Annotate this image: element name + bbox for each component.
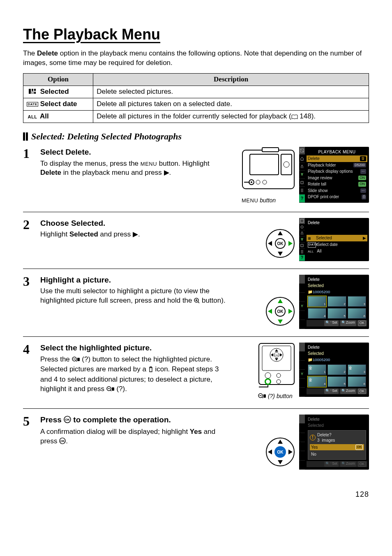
- step-number: 1: [23, 147, 35, 160]
- intro-paragraph: The Delete option in the playback menu c…: [23, 49, 369, 68]
- print-icon: ⎙: [362, 195, 366, 199]
- lcd-row: ALL All: [307, 248, 367, 255]
- thumb-grid: 1 2 3 4 5 6: [307, 295, 367, 320]
- lcd-row: DATE Select date: [307, 241, 367, 248]
- lcd-side-tabs: Y: [299, 275, 305, 329]
- thumb: 🗑3: [348, 364, 366, 375]
- lcd-row: Image reviewON: [307, 175, 367, 181]
- thumb-grid: 🗑1 2 🗑3 🗑4 5 6: [307, 363, 367, 388]
- zoom-out-question-icon: [258, 393, 266, 401]
- bold: Delete: [40, 169, 61, 176]
- t: All: [317, 249, 321, 253]
- t: Delete?: [317, 432, 335, 438]
- confirm-no: No: [310, 451, 364, 458]
- svg-text:OK: OK: [277, 309, 284, 314]
- opt-selected-label: Selected: [40, 88, 69, 95]
- zoom-button: 🔍Zoom: [340, 320, 356, 326]
- warning-icon: !: [310, 435, 316, 440]
- t: Playback folder: [308, 162, 336, 168]
- opt-all-ref: 148: [300, 112, 311, 120]
- date-icon: DATE: [27, 101, 38, 108]
- thumb: 4: [308, 308, 326, 319]
- lcd-side-tabs: Y ?: [299, 218, 305, 261]
- lcd-bottom-bar: 🔍⁻Set 🔍Zoom OK: [307, 320, 367, 326]
- t: button: [258, 197, 276, 204]
- opt-selectdate-desc: Delete all pictures taken on a selected …: [93, 98, 369, 111]
- step-1: 1 Select Delete. To display the menus, p…: [23, 145, 369, 212]
- t: Press the: [40, 355, 72, 363]
- menu-button-caption: MENU button: [242, 197, 295, 204]
- thumb: 6: [348, 376, 366, 387]
- t: Set: [332, 389, 337, 393]
- lcd-side-tabs: Y ?: [299, 147, 305, 203]
- thumb: 2: [327, 296, 346, 307]
- opt-all-desc-a: Delete all pictures in the folder curren…: [97, 112, 291, 120]
- t: Yes: [311, 445, 318, 450]
- t: Zoom: [346, 461, 355, 466]
- trash-icon: 🗑: [360, 156, 366, 161]
- t: Playback display options: [308, 169, 353, 174]
- step-title: Press OK to complete the operation.: [40, 415, 232, 426]
- t: No: [311, 452, 316, 457]
- thumb: 3: [348, 296, 366, 307]
- t: Set: [332, 461, 337, 466]
- svg-text:OK: OK: [277, 450, 284, 454]
- t: Slide show: [308, 188, 327, 194]
- set-button: 🔍⁻Set: [324, 461, 339, 467]
- confirm-yes: YesOK: [310, 444, 364, 451]
- svg-text:OK: OK: [275, 354, 279, 357]
- t: Press: [40, 415, 64, 424]
- svg-rect-2: [34, 89, 36, 91]
- t: Rotate tall: [308, 181, 326, 187]
- bold: Yes: [190, 428, 202, 436]
- svg-rect-37: [112, 387, 114, 391]
- bold: Selected: [69, 230, 98, 238]
- ok-circle-icon: OK: [59, 438, 66, 447]
- lcd-thumbnail-grid: Y Delete Selected 📁10005200 1 2 3 4 5 6: [299, 275, 369, 329]
- t: A confirmation dialog will be displayed;…: [40, 428, 190, 436]
- svg-rect-35: [77, 358, 80, 361]
- svg-point-24: [301, 226, 303, 228]
- step-number: 4: [23, 343, 35, 356]
- step-3: 3 Highlight a picture. Use the multi sel…: [23, 269, 369, 336]
- table-row: ALL All Delete all pictures in the folde…: [23, 111, 369, 123]
- badge: ON: [358, 182, 366, 186]
- svg-rect-0: [29, 89, 31, 94]
- svg-rect-25: [301, 244, 303, 247]
- step-title: Highlight a picture.: [40, 275, 232, 285]
- t: (?) button: [266, 393, 293, 399]
- step-title: Select Delete.: [40, 147, 232, 158]
- step-4: 4 Select the highlighted picture. Press …: [23, 336, 369, 408]
- svg-rect-23: [300, 219, 304, 222]
- trash-icon: [148, 366, 153, 375]
- lcd-confirm-dialog: Delete Selected ! Delete? 3 images YesOK…: [299, 415, 369, 470]
- lcd-title: Delete: [307, 276, 367, 283]
- lcd-subtitle: Selected: [307, 350, 367, 357]
- t: Zoom: [346, 320, 355, 324]
- opt-selected-desc: Delete selected pictures.: [93, 86, 369, 98]
- lcd-row-delete: Delete🗑: [307, 155, 367, 162]
- svg-rect-1: [32, 89, 33, 91]
- svg-point-11: [251, 181, 252, 183]
- page-number: 128: [23, 489, 369, 499]
- ok-circle-icon: OK: [64, 415, 71, 426]
- step-body: Use the multi selector to highlight a pi…: [40, 287, 232, 306]
- trash-icon: 🗑: [309, 365, 313, 371]
- t: button. Highlight: [157, 160, 210, 167]
- svg-rect-8: [281, 154, 292, 175]
- lcd-bottom-bar: 🔍⁻Set 🔍Zoom OK: [307, 461, 367, 467]
- lcd-row: Slide show--: [307, 188, 367, 194]
- lcd-title: Delete: [307, 344, 367, 351]
- intro-after: option in the playback menu contains the…: [23, 49, 362, 67]
- t: Image review: [308, 175, 332, 181]
- intro-bold: Delete: [37, 49, 58, 57]
- thumb: 🗑1: [308, 364, 326, 375]
- intro-before: The: [23, 49, 37, 57]
- lcd-row: Playback display options--: [307, 168, 367, 175]
- zoom-in-icon: [194, 297, 200, 306]
- lcd-row: Rotate tallON: [307, 181, 367, 188]
- svg-rect-7: [250, 154, 279, 175]
- section-heading-text: Selected: Deleting Selected Photographs: [31, 130, 182, 143]
- t: images: [322, 438, 335, 442]
- step-body: Highlight Selected and press ▶.: [40, 230, 232, 239]
